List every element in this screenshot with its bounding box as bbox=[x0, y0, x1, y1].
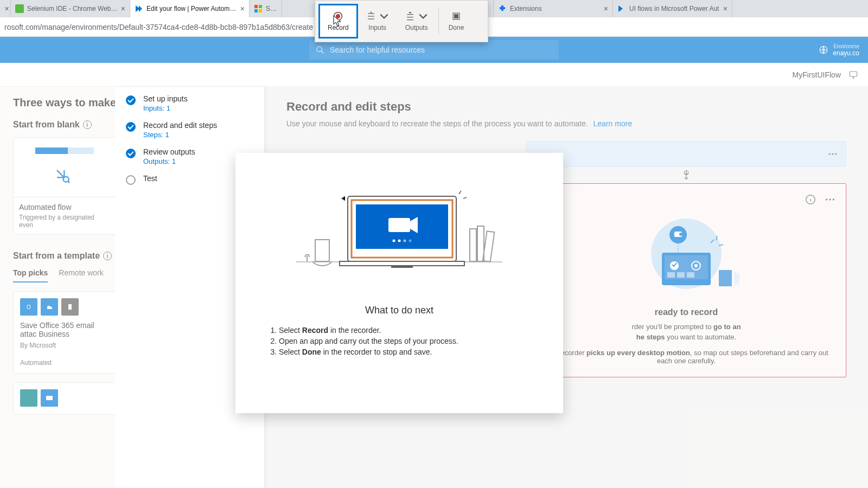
svg-text:O: O bbox=[27, 304, 31, 310]
onedrive-icon bbox=[41, 298, 58, 316]
content-heading: Record and edit steps bbox=[286, 100, 846, 114]
modal-steps-list: Select Record in the recorder. Open an a… bbox=[268, 326, 531, 356]
svg-rect-51 bbox=[391, 266, 413, 268]
template-card[interactable]: O Save Office 365 email attac Business B… bbox=[13, 291, 116, 374]
svg-point-34 bbox=[694, 264, 698, 267]
stop-icon bbox=[451, 11, 462, 22]
svg-point-56 bbox=[336, 14, 340, 18]
search-box[interactable] bbox=[309, 40, 559, 60]
power-automate-icon bbox=[617, 4, 626, 13]
flow-title-bar: MyFirstUIFlow bbox=[0, 63, 868, 87]
info-icon[interactable]: i bbox=[83, 120, 92, 129]
list-item: Select Record in the recorder. bbox=[279, 326, 531, 335]
check-icon bbox=[126, 95, 136, 105]
tab-remote-work[interactable]: Remote work bbox=[59, 268, 103, 282]
svg-point-14 bbox=[829, 153, 831, 155]
more-icon[interactable] bbox=[824, 194, 836, 206]
svg-rect-50 bbox=[340, 261, 464, 266]
svg-point-15 bbox=[832, 153, 834, 155]
modal-illustration bbox=[268, 169, 531, 288]
record-icon bbox=[333, 11, 343, 22]
search-input[interactable] bbox=[330, 46, 552, 54]
browser-tab[interactable]: × bbox=[0, 0, 11, 17]
close-icon[interactable]: × bbox=[121, 4, 125, 13]
close-icon[interactable]: × bbox=[240, 4, 245, 13]
power-automate-icon bbox=[135, 4, 143, 13]
wizard-step-record[interactable]: Record and edit stepsSteps: 1 bbox=[115, 117, 264, 143]
svg-rect-12 bbox=[68, 304, 72, 310]
svg-point-5 bbox=[317, 47, 322, 52]
outlook-icon: O bbox=[20, 298, 37, 316]
svg-rect-0 bbox=[15, 4, 24, 13]
close-icon[interactable]: × bbox=[604, 4, 608, 13]
recorder-illustration bbox=[537, 213, 836, 300]
svg-rect-54 bbox=[483, 231, 495, 261]
extension-icon bbox=[498, 4, 507, 13]
template-card[interactable] bbox=[13, 382, 116, 415]
svg-point-46 bbox=[393, 240, 395, 242]
ms-icon bbox=[254, 4, 263, 13]
svg-rect-37 bbox=[687, 272, 694, 278]
inputs-icon bbox=[366, 11, 376, 22]
globe-icon bbox=[819, 45, 828, 55]
tab-top-picks[interactable]: Top picks bbox=[13, 268, 48, 282]
svg-point-22 bbox=[826, 198, 827, 200]
browser-tab[interactable]: Selenium IDE - Chrome Web Sto × bbox=[11, 0, 130, 17]
more-icon[interactable] bbox=[827, 149, 838, 159]
close-icon[interactable]: × bbox=[723, 4, 727, 13]
inputs-button[interactable]: Inputs bbox=[358, 4, 397, 38]
automated-flow-card[interactable]: Automated flow Triggered by a designated… bbox=[13, 137, 116, 235]
svg-rect-36 bbox=[677, 272, 685, 278]
done-button[interactable]: Done bbox=[441, 4, 472, 38]
chevron-down-icon bbox=[379, 11, 390, 22]
browser-tab[interactable]: Set up bbox=[250, 0, 282, 17]
svg-rect-13 bbox=[46, 396, 53, 400]
svg-rect-41 bbox=[315, 240, 329, 261]
svg-point-16 bbox=[835, 153, 837, 155]
svg-point-49 bbox=[409, 240, 412, 242]
recorder-ready-heading: ready to record bbox=[537, 307, 836, 317]
record-button[interactable]: Record bbox=[318, 4, 358, 38]
svg-rect-1 bbox=[254, 5, 258, 8]
wizard-step-inputs[interactable]: Set up inputsInputs: 1 bbox=[115, 90, 264, 117]
flow-connector[interactable] bbox=[526, 167, 846, 183]
environment-picker[interactable]: Environme enayu.co bbox=[819, 43, 859, 57]
check-icon bbox=[126, 122, 136, 132]
list-item: Open an app and carry out the steps of y… bbox=[279, 337, 531, 345]
chevron-down-icon bbox=[418, 11, 429, 22]
check-icon bbox=[126, 149, 136, 158]
connector-icon bbox=[61, 298, 79, 316]
svg-rect-52 bbox=[470, 229, 476, 261]
svg-rect-35 bbox=[667, 272, 675, 278]
record-step-panel: ready to record rder you'll be prompted … bbox=[526, 141, 846, 377]
info-icon[interactable]: i bbox=[103, 252, 112, 260]
svg-rect-45 bbox=[388, 218, 410, 232]
svg-rect-2 bbox=[259, 5, 262, 8]
svg-rect-8 bbox=[850, 72, 857, 76]
browser-tab[interactable]: UI flows in Microsoft Power Aut × bbox=[613, 0, 732, 17]
info-icon[interactable] bbox=[805, 194, 816, 206]
svg-point-24 bbox=[833, 198, 834, 200]
browser-tab[interactable]: Extensions × bbox=[494, 0, 613, 17]
close-icon[interactable]: × bbox=[4, 4, 9, 13]
recorder-toolbar: Record Inputs Outputs Done bbox=[315, 0, 488, 42]
outputs-button[interactable]: Outputs bbox=[397, 4, 436, 38]
feedback-icon[interactable] bbox=[848, 70, 858, 80]
browser-tab-active[interactable]: Edit your flow | Power Automate × bbox=[130, 0, 250, 17]
connector-icon bbox=[41, 389, 58, 407]
svg-rect-3 bbox=[254, 9, 258, 12]
content-lead: Use your mouse and keyboard to recreate … bbox=[286, 119, 846, 128]
svg-point-23 bbox=[829, 198, 831, 200]
connector-icon bbox=[20, 389, 37, 407]
search-icon bbox=[316, 46, 324, 54]
svg-rect-66 bbox=[455, 15, 458, 18]
svg-line-6 bbox=[321, 51, 323, 53]
flow-name: MyFirstUIFlow bbox=[793, 70, 841, 79]
flow-step-row[interactable] bbox=[526, 141, 846, 167]
modal-title: What to do next bbox=[268, 305, 531, 316]
svg-point-47 bbox=[398, 240, 401, 242]
svg-rect-38 bbox=[719, 270, 732, 286]
list-item: Select Done in the recorder to stop and … bbox=[279, 348, 531, 356]
circle-icon bbox=[126, 175, 136, 185]
learn-more-link[interactable]: Learn more bbox=[593, 119, 633, 128]
